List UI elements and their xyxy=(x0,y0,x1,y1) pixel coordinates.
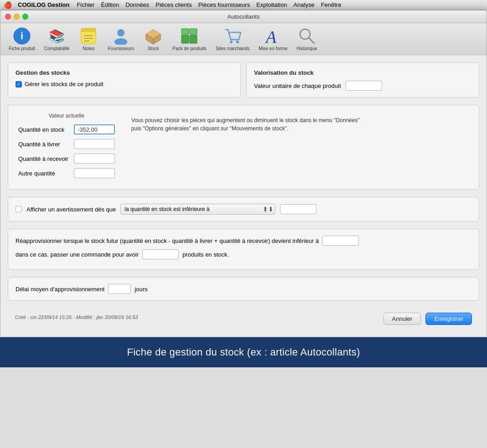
delai-section: Délai moyen d'approvisionnement jours xyxy=(8,277,479,301)
gestion-stocks-section: Gestion des stocks ✓ Gérer les stocks de… xyxy=(8,62,241,98)
menu-edition[interactable]: Édition xyxy=(101,1,119,8)
qty-recevoir-label: Quantité à recevoir xyxy=(16,153,71,165)
toolbar-sites-marchands[interactable]: Sites marchands xyxy=(212,25,253,53)
apple-menu[interactable]: 🍎 xyxy=(4,1,12,9)
qty-rows-table: Quantité en stock Quantité à livrer Quan… xyxy=(16,121,118,182)
qty-livrer-input[interactable] xyxy=(74,139,115,149)
toolbar-sites-label: Sites marchands xyxy=(216,46,249,51)
menu-fichier[interactable]: Fichier xyxy=(77,1,94,8)
toolbar-fiche-produit-label: Fiche produit xyxy=(9,46,35,51)
qty-recevoir-input[interactable] xyxy=(74,154,115,164)
toolbar-stock-label: Stock xyxy=(148,46,159,51)
toolbar-comptabilite[interactable]: 📚 Comptabilité xyxy=(41,25,73,53)
gerer-stocks-row: ✓ Gérer les stocks de ce produit xyxy=(16,81,233,88)
notes-icon xyxy=(79,27,98,45)
toolbar-fiche-produit[interactable]: i Fiche produit xyxy=(5,25,39,53)
warning-label: Afficher un avertissement dès que xyxy=(26,206,116,213)
qty-row-autre: Autre quantité xyxy=(16,167,118,179)
menu-exploitation[interactable]: Exploitation xyxy=(256,1,287,8)
menu-pieces-fournisseurs[interactable]: Pièces fournisseurs xyxy=(198,1,250,8)
app-name[interactable]: COGILOG Gestion xyxy=(18,1,69,8)
svg-text:i: i xyxy=(21,30,23,41)
font-icon: A xyxy=(264,27,282,45)
gestion-stocks-title: Gestion des stocks xyxy=(16,69,233,76)
valorisation-title: Valorisation du stock xyxy=(254,69,471,76)
svg-rect-14 xyxy=(181,35,189,43)
reappro-row-1: Réapprovisionner lorsque le stock futur … xyxy=(16,236,471,246)
maximize-button[interactable] xyxy=(22,14,28,20)
cart-icon xyxy=(223,27,242,45)
warning-threshold-input[interactable] xyxy=(280,204,316,214)
toolbar-comptabilite-label: Comptabilité xyxy=(44,46,70,51)
menu-analyse[interactable]: Analyse xyxy=(293,1,314,8)
reappro-section: Réapprovisionner lorsque le stock futur … xyxy=(8,229,479,270)
window-title: Autocollants xyxy=(228,13,260,20)
qty-row-recevoir: Quantité à recevoir xyxy=(16,153,118,165)
caption-bar: Fiche de gestion du stock (ex : article … xyxy=(0,337,487,367)
qty-stock-label: Quantité en stock xyxy=(16,124,71,135)
toolbar-historique-label: Historique xyxy=(297,46,317,51)
svg-rect-3 xyxy=(81,28,96,32)
status-bar: Créé : cm 22/09/14 15:25 - Modifié : jbo… xyxy=(8,313,145,324)
books-icon: 📚 xyxy=(48,27,66,45)
qty-autre-input[interactable] xyxy=(74,168,115,178)
toolbar-fournisseurs[interactable]: Fournisseurs xyxy=(104,25,138,53)
valeur-unitaire-input[interactable] xyxy=(346,81,382,91)
reappro-row-2: dans ce cas, passer une commande pour av… xyxy=(16,249,471,259)
qty-row-livrer: Quantité à livrer xyxy=(16,138,118,150)
close-button[interactable] xyxy=(5,14,11,20)
window-controls xyxy=(5,14,28,20)
toolbar-notes-label: Notes xyxy=(83,46,94,51)
cancel-button[interactable]: Annuler xyxy=(383,313,421,325)
qty-row-stock: Quantité en stock xyxy=(16,124,118,135)
caption-text: Fiche de gestion du stock (ex : article … xyxy=(127,346,360,358)
warning-checkbox[interactable] xyxy=(16,206,22,212)
menu-donnees[interactable]: Données xyxy=(125,1,149,8)
reappro-text1: Réapprovisionner lorsque le stock futur … xyxy=(16,237,319,244)
delai-label: Délai moyen d'approvisionnement xyxy=(16,286,104,293)
svg-rect-15 xyxy=(190,35,197,43)
svg-point-19 xyxy=(236,41,239,43)
warning-dropdown[interactable]: la quantité en stock est inférieure à la… xyxy=(120,204,275,215)
svg-point-18 xyxy=(230,41,233,43)
toolbar-mise-en-forme[interactable]: A Mise en forme xyxy=(255,25,291,53)
toolbar-pack-de-produits[interactable]: Pack de produits xyxy=(169,25,210,53)
qty-livrer-label: Quantité à livrer xyxy=(16,138,71,150)
toolbar-fournisseurs-label: Fournisseurs xyxy=(108,46,134,51)
toolbar-historique[interactable]: Historique xyxy=(293,25,321,53)
svg-rect-17 xyxy=(190,29,197,34)
menubar: 🍎 COGILOG Gestion Fichier Édition Donnée… xyxy=(0,0,487,10)
svg-text:A: A xyxy=(265,27,277,45)
valeur-unitaire-label: Valeur unitaire de chaque produit xyxy=(254,82,341,89)
reappro-qty-input[interactable] xyxy=(142,249,179,259)
menu-fenetre[interactable]: Fenêtre xyxy=(321,1,342,8)
warning-dropdown-wrapper: la quantité en stock est inférieure à la… xyxy=(120,204,275,215)
warning-section: Afficher un avertissement dès que la qua… xyxy=(8,197,479,221)
quantites-section: Valeur actuelle Quantité en stock Quanti… xyxy=(8,105,479,190)
qty-stock-input[interactable] xyxy=(74,124,115,134)
delai-input[interactable] xyxy=(108,284,131,294)
top-sections: Gestion des stocks ✓ Gérer les stocks de… xyxy=(8,62,479,98)
info-icon: i xyxy=(13,27,31,45)
reappro-threshold-input[interactable] xyxy=(322,236,359,246)
main-window: Autocollants i Fiche produit 📚 Comptabil… xyxy=(0,10,487,337)
svg-point-7 xyxy=(117,29,124,36)
gerer-stocks-label: Gérer les stocks de ce produit xyxy=(25,81,104,88)
search-icon xyxy=(298,27,316,45)
svg-line-22 xyxy=(309,38,314,43)
person-icon xyxy=(112,27,130,45)
toolbar-stock[interactable]: Stock xyxy=(140,25,167,53)
minimize-button[interactable] xyxy=(14,14,20,20)
gerer-stocks-checkbox[interactable]: ✓ xyxy=(16,81,22,88)
toolbar: i Fiche produit 📚 Comptabilité Notes xyxy=(0,23,487,55)
pack-icon xyxy=(180,27,198,45)
menu-pieces-clients[interactable]: Pièces clients xyxy=(155,1,192,8)
toolbar-notes[interactable]: Notes xyxy=(75,25,102,53)
toolbar-pack-label: Pack de produits xyxy=(172,46,207,51)
box-icon xyxy=(144,27,162,45)
reappro-text2: dans ce cas, passer une commande pour av… xyxy=(16,251,139,258)
footer-buttons: Annuler Enregistrer xyxy=(376,308,479,328)
svg-rect-16 xyxy=(181,29,189,34)
save-button[interactable]: Enregistrer xyxy=(425,313,472,325)
delai-unit: jours xyxy=(135,286,147,293)
